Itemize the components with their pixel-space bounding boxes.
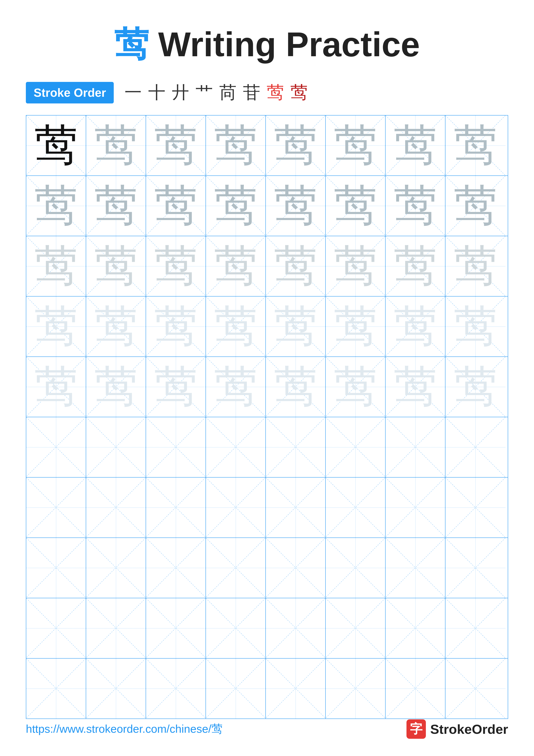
grid-cell-6-4[interactable] [206, 417, 266, 477]
grid-cell-3-3[interactable]: 莺 [146, 236, 206, 296]
grid-cell-8-5[interactable] [266, 538, 326, 598]
grid-cell-2-3[interactable]: 莺 [146, 176, 206, 236]
grid-cell-3-5[interactable]: 莺 [266, 236, 326, 296]
grid-cell-9-1[interactable] [26, 598, 86, 658]
grid-cell-8-4[interactable] [206, 538, 266, 598]
grid-cell-10-7[interactable] [386, 659, 445, 718]
grid-cell-2-5[interactable]: 莺 [266, 176, 326, 236]
grid-cell-4-6[interactable]: 莺 [326, 297, 386, 357]
grid-cell-7-6[interactable] [326, 477, 386, 537]
grid-cell-6-7[interactable] [386, 417, 445, 477]
grid-cell-1-7[interactable]: 莺 [386, 116, 445, 176]
grid-cell-7-2[interactable] [86, 477, 146, 537]
grid-cell-5-4[interactable]: 莺 [206, 357, 266, 417]
svg-line-126 [445, 538, 505, 598]
grid-cell-10-4[interactable] [206, 659, 266, 718]
practice-char: 莺 [394, 184, 437, 228]
grid-cell-9-6[interactable] [326, 598, 386, 658]
grid-cell-6-8[interactable] [445, 417, 505, 477]
grid-cell-8-1[interactable] [26, 538, 86, 598]
grid-cell-5-3[interactable]: 莺 [146, 357, 206, 417]
grid-cell-1-4[interactable]: 莺 [206, 116, 266, 176]
grid-cell-7-3[interactable] [146, 477, 206, 537]
grid-cell-8-2[interactable] [86, 538, 146, 598]
grid-cell-6-3[interactable] [146, 417, 206, 477]
grid-cell-6-6[interactable] [326, 417, 386, 477]
svg-line-112 [26, 538, 86, 597]
grid-cell-5-2[interactable]: 莺 [86, 357, 146, 417]
practice-char: 莺 [274, 124, 317, 167]
grid-cell-3-7[interactable]: 莺 [386, 236, 445, 296]
grid-cell-2-4[interactable]: 莺 [206, 176, 266, 236]
grid-cell-1-5[interactable]: 莺 [266, 116, 326, 176]
grid-cell-7-4[interactable] [206, 477, 266, 537]
grid-cell-7-8[interactable] [445, 477, 505, 537]
grid-cell-4-5[interactable]: 莺 [266, 297, 326, 357]
stroke-step-5: 苘 [219, 81, 237, 104]
grid-cell-10-2[interactable] [86, 659, 146, 718]
grid-cell-8-7[interactable] [386, 538, 445, 598]
grid-cell-1-3[interactable]: 莺 [146, 116, 206, 176]
grid-cell-8-3[interactable] [146, 538, 206, 598]
grid-cell-4-3[interactable]: 莺 [146, 297, 206, 357]
svg-line-150 [206, 659, 266, 718]
grid-cell-3-8[interactable]: 莺 [445, 236, 505, 296]
grid-cell-2-7[interactable]: 莺 [386, 176, 445, 236]
grid-cell-8-6[interactable] [326, 538, 386, 598]
grid-cell-1-2[interactable]: 莺 [86, 116, 146, 176]
grid-cell-6-1[interactable] [26, 417, 86, 477]
grid-cell-4-8[interactable]: 莺 [445, 297, 505, 357]
grid-cell-10-6[interactable] [326, 659, 386, 718]
grid-cell-2-1[interactable]: 莺 [26, 176, 86, 236]
grid-cell-9-4[interactable] [206, 598, 266, 658]
grid-cell-10-5[interactable] [266, 659, 326, 718]
grid-cell-5-1[interactable]: 莺 [26, 357, 86, 417]
grid-cell-3-2[interactable]: 莺 [86, 236, 146, 296]
grid-cell-4-7[interactable]: 莺 [386, 297, 445, 357]
grid-cell-5-5[interactable]: 莺 [266, 357, 326, 417]
grid-cell-9-3[interactable] [146, 598, 206, 658]
grid-cell-1-6[interactable]: 莺 [326, 116, 386, 176]
grid-row-5: 莺 莺 莺 莺 莺 莺 莺 莺 [26, 357, 508, 417]
grid-cell-5-7[interactable]: 莺 [386, 357, 445, 417]
grid-cell-7-1[interactable] [26, 477, 86, 537]
grid-cell-3-6[interactable]: 莺 [326, 236, 386, 296]
grid-cell-9-7[interactable] [386, 598, 445, 658]
stroke-order-section: Stroke Order 一 十 廾 艹 苘 苷 莺 莺 [26, 81, 508, 104]
grid-cell-9-2[interactable] [86, 598, 146, 658]
grid-cell-9-8[interactable] [445, 598, 505, 658]
grid-cell-4-4[interactable]: 莺 [206, 297, 266, 357]
grid-cell-7-5[interactable] [266, 477, 326, 537]
grid-cell-3-4[interactable]: 莺 [206, 236, 266, 296]
grid-cell-6-5[interactable] [266, 417, 326, 477]
svg-line-115 [86, 538, 146, 597]
svg-line-116 [146, 538, 206, 597]
grid-cell-10-8[interactable] [445, 659, 505, 718]
stroke-step-6: 苷 [243, 81, 260, 104]
grid-cell-10-1[interactable] [26, 659, 86, 718]
svg-line-118 [206, 538, 266, 597]
grid-cell-7-7[interactable] [386, 477, 445, 537]
practice-char: 莺 [94, 184, 138, 228]
grid-cell-10-3[interactable] [146, 659, 206, 718]
grid-cell-2-6[interactable]: 莺 [326, 176, 386, 236]
grid-cell-8-8[interactable] [445, 538, 505, 598]
practice-char: 莺 [274, 184, 317, 228]
grid-cell-9-5[interactable] [266, 598, 326, 658]
grid-cell-5-8[interactable]: 莺 [445, 357, 505, 417]
grid-cell-2-2[interactable]: 莺 [86, 176, 146, 236]
grid-cell-6-2[interactable] [86, 417, 146, 477]
grid-cell-2-8[interactable]: 莺 [445, 176, 505, 236]
practice-char: 莺 [334, 365, 377, 408]
svg-line-84 [146, 417, 206, 477]
practice-char: 莺 [154, 184, 197, 228]
grid-cell-5-6[interactable]: 莺 [326, 357, 386, 417]
grid-cell-1-8[interactable]: 莺 [445, 116, 505, 176]
grid-cell-3-1[interactable]: 莺 [26, 236, 86, 296]
grid-cell-4-2[interactable]: 莺 [86, 297, 146, 357]
svg-line-148 [146, 659, 206, 718]
grid-row-10 [26, 659, 508, 718]
grid-cell-4-1[interactable]: 莺 [26, 297, 86, 357]
grid-cell-1-1[interactable]: 莺 [26, 116, 86, 176]
svg-line-129 [26, 598, 86, 658]
